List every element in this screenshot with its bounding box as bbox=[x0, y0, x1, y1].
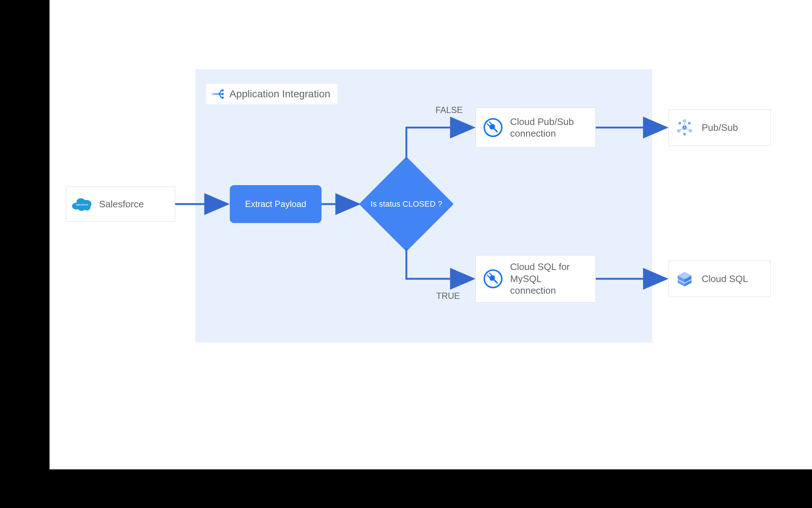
black-bar-left bbox=[0, 0, 50, 508]
arrows-layer bbox=[50, 0, 812, 469]
arrow-decision-to-sql-conn bbox=[406, 249, 472, 279]
arrow-decision-to-pubsub-conn bbox=[406, 128, 472, 160]
diagram-canvas: Application Integration salesforce Sales… bbox=[50, 0, 812, 469]
black-bar-bottom bbox=[0, 469, 812, 508]
